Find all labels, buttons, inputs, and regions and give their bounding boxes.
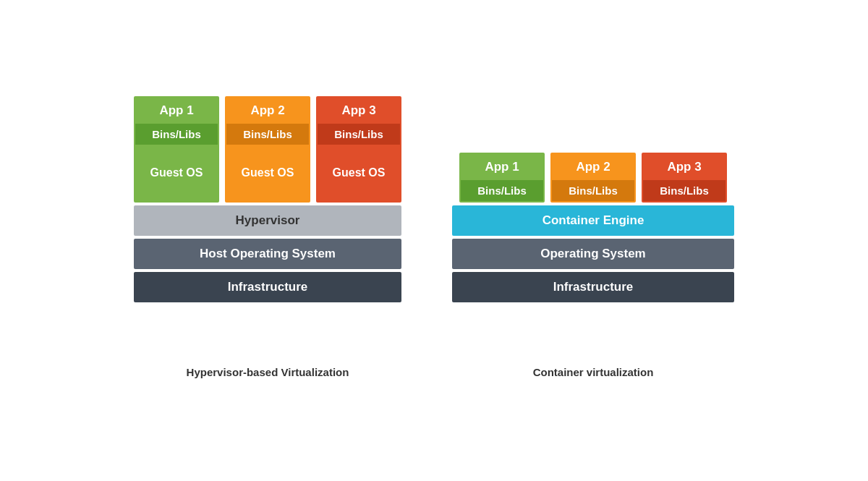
host-os-bar: Host Operating System xyxy=(134,239,401,269)
right-apps-row: App 1 Bins/Libs App 2 Bins/Libs App 3 Bi… xyxy=(448,153,738,203)
svg-rect-19 xyxy=(522,339,535,341)
container-engine-bar: Container Engine xyxy=(452,205,734,236)
svg-point-9 xyxy=(277,330,280,333)
capp3-bins: Bins/Libs xyxy=(643,180,726,201)
svg-point-28 xyxy=(607,341,610,344)
cloud-icon xyxy=(306,314,358,349)
left-infra-bar: Infrastructure xyxy=(134,272,401,302)
capp1-bins: Bins/Libs xyxy=(461,180,543,201)
svg-point-24 xyxy=(607,318,610,321)
container-box-3: App 3 Bins/Libs xyxy=(642,153,727,203)
vm-box-3: App 3 Bins/Libs Guest OS xyxy=(316,96,401,203)
capp2-label: App 2 xyxy=(552,154,634,180)
right-infra-bar: Infrastructure xyxy=(452,272,734,302)
app1-bins: Bins/Libs xyxy=(135,124,218,145)
svg-point-23 xyxy=(603,318,605,321)
app3-label: App 3 xyxy=(318,98,400,124)
app3-guestos: Guest OS xyxy=(318,145,400,201)
svg-rect-31 xyxy=(579,341,594,344)
svg-point-26 xyxy=(607,330,610,333)
app1-guestos: Guest OS xyxy=(135,145,218,201)
capp1-label: App 1 xyxy=(461,154,543,180)
svg-point-27 xyxy=(603,341,605,344)
svg-point-12 xyxy=(281,341,284,344)
right-os-bar: Operating System xyxy=(452,239,734,269)
svg-rect-3 xyxy=(196,339,209,341)
app2-bins: Bins/Libs xyxy=(226,124,309,145)
svg-rect-15 xyxy=(254,341,268,344)
right-server-icon xyxy=(571,312,614,350)
hypervisor-bar: Hypervisor xyxy=(134,205,401,236)
svg-rect-30 xyxy=(579,330,594,333)
vm-box-2: App 2 Bins/Libs Guest OS xyxy=(225,96,310,203)
vm-box-1: App 1 Bins/Libs Guest OS xyxy=(134,96,219,203)
svg-point-25 xyxy=(603,330,605,333)
app2-label: App 2 xyxy=(226,98,309,124)
svg-point-7 xyxy=(277,318,280,321)
svg-rect-14 xyxy=(254,330,268,333)
container-box-2: App 2 Bins/Libs xyxy=(550,153,636,203)
right-cloud-icon xyxy=(631,314,684,349)
svg-rect-29 xyxy=(579,318,594,321)
svg-point-11 xyxy=(277,341,280,344)
app2-guestos: Guest OS xyxy=(226,145,309,201)
main-container: App 1 Bins/Libs Guest OS App 2 Bins/Libs… xyxy=(101,82,767,400)
left-diagram: App 1 Bins/Libs Guest OS App 2 Bins/Libs… xyxy=(130,96,405,378)
svg-rect-17 xyxy=(513,318,543,336)
left-infra-icons xyxy=(134,302,401,356)
server-icon xyxy=(245,312,289,350)
capp3-label: App 3 xyxy=(643,154,726,180)
svg-point-8 xyxy=(281,318,284,321)
left-diagram-label: Hypervisor-based Virtualization xyxy=(187,366,349,378)
svg-point-10 xyxy=(281,330,284,333)
svg-rect-13 xyxy=(254,318,268,321)
left-apps-row: App 1 Bins/Libs Guest OS App 2 Bins/Libs… xyxy=(130,96,405,203)
app1-label: App 1 xyxy=(135,98,218,124)
right-infra-icons xyxy=(452,302,734,356)
right-laptop-icon xyxy=(503,312,553,350)
app3-bins: Bins/Libs xyxy=(318,124,400,145)
svg-rect-0 xyxy=(184,315,221,339)
svg-rect-16 xyxy=(510,315,546,339)
right-diagram-label: Container virtualization xyxy=(533,366,654,378)
right-diagram: App 1 Bins/Libs App 2 Bins/Libs App 3 Bi… xyxy=(448,153,738,378)
svg-rect-1 xyxy=(187,318,218,336)
container-box-1: App 1 Bins/Libs xyxy=(459,153,545,203)
capp2-bins: Bins/Libs xyxy=(552,180,634,201)
laptop-icon xyxy=(177,312,228,350)
